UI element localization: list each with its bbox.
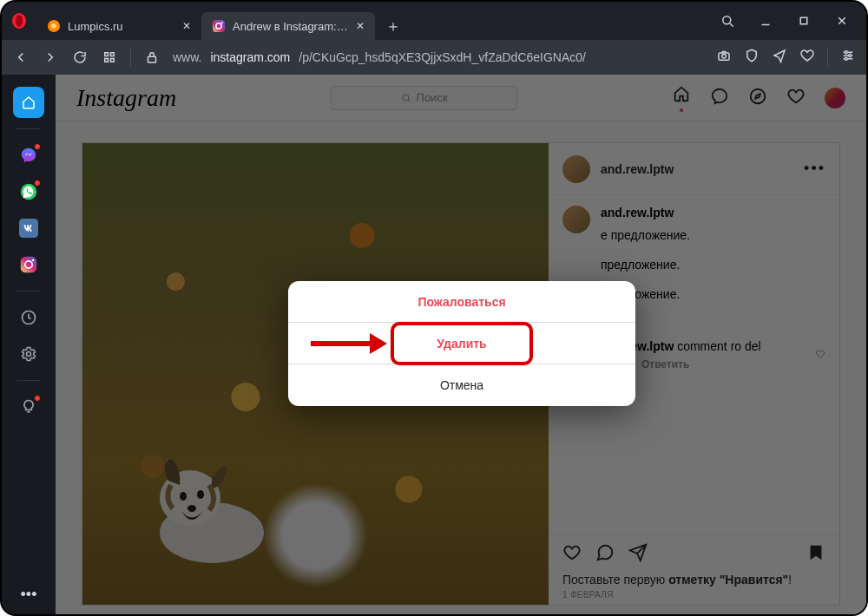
forward-button[interactable] bbox=[42, 49, 59, 65]
svg-rect-16 bbox=[111, 59, 115, 62]
svg-point-30 bbox=[32, 259, 34, 261]
url-text[interactable]: www.instagram.com/p/CKuGcp_hsd5qXE3QjjxS… bbox=[173, 50, 704, 64]
url-path: /p/CKuGcp_hsd5qXE3QjjxSxdH_vfZaDdC6eIGNA… bbox=[299, 50, 586, 64]
address-bar: www.instagram.com/p/CKuGcp_hsd5qXE3QjjxS… bbox=[2, 40, 866, 75]
svg-point-6 bbox=[221, 22, 223, 23]
window-controls bbox=[708, 2, 866, 40]
svg-rect-13 bbox=[105, 53, 108, 56]
separator bbox=[827, 49, 828, 66]
svg-rect-14 bbox=[111, 53, 115, 56]
close-icon[interactable]: ✕ bbox=[356, 20, 365, 32]
modal-cancel-button[interactable]: Отмена bbox=[288, 364, 635, 406]
sidebar-separator bbox=[16, 380, 41, 381]
svg-rect-17 bbox=[148, 56, 156, 62]
svg-rect-10 bbox=[800, 17, 807, 24]
browser-window: Lumpics.ru ✕ Andrew в Instagram: « По ✕ … bbox=[0, 0, 868, 616]
search-tabs-icon[interactable] bbox=[708, 2, 746, 40]
sidebar-messenger-icon[interactable] bbox=[13, 140, 44, 171]
sidebar-settings-icon[interactable] bbox=[13, 338, 44, 370]
separator bbox=[130, 49, 131, 66]
sidebar-home-icon[interactable] bbox=[13, 87, 44, 118]
lock-icon[interactable] bbox=[143, 49, 161, 65]
tab-lumpics[interactable]: Lumpics.ru ✕ bbox=[36, 12, 201, 40]
svg-point-7 bbox=[723, 16, 731, 24]
easy-setup-icon[interactable] bbox=[840, 48, 856, 67]
svg-rect-28 bbox=[21, 257, 36, 272]
modal-report-button[interactable]: Пожаловаться bbox=[288, 281, 635, 323]
maximize-button[interactable] bbox=[785, 2, 823, 40]
send-icon[interactable] bbox=[772, 48, 787, 67]
close-icon[interactable]: ✕ bbox=[182, 20, 191, 32]
tab-title: Lumpics.ru bbox=[68, 20, 175, 33]
svg-point-23 bbox=[845, 51, 847, 54]
new-tab-button[interactable]: ＋ bbox=[375, 12, 411, 40]
annotation-arrow bbox=[311, 333, 389, 354]
svg-rect-15 bbox=[105, 59, 108, 62]
tab-title: Andrew в Instagram: « По bbox=[233, 20, 349, 33]
svg-point-24 bbox=[849, 55, 852, 57]
sidebar-separator bbox=[16, 128, 41, 129]
sidebar-history-icon[interactable] bbox=[13, 302, 44, 333]
svg-point-3 bbox=[51, 23, 56, 29]
svg-point-1 bbox=[16, 15, 23, 27]
url-host: instagram.com bbox=[210, 50, 290, 64]
tab-instagram[interactable]: Andrew в Instagram: « По ✕ bbox=[201, 12, 375, 40]
sidebar-separator bbox=[16, 291, 41, 292]
svg-line-8 bbox=[730, 23, 733, 27]
shield-icon[interactable] bbox=[744, 48, 760, 67]
annotation-highlight bbox=[391, 322, 533, 365]
sidebar-vk-icon[interactable] bbox=[13, 213, 44, 244]
heart-icon[interactable] bbox=[799, 48, 815, 67]
svg-point-19 bbox=[722, 55, 727, 59]
sidebar-more-icon[interactable]: ••• bbox=[2, 586, 56, 604]
url-prefix: www. bbox=[173, 50, 201, 64]
close-window-button[interactable] bbox=[823, 2, 861, 40]
favicon-lumpics bbox=[47, 19, 61, 33]
tab-strip: Lumpics.ru ✕ Andrew в Instagram: « По ✕ … bbox=[36, 2, 708, 40]
back-button[interactable] bbox=[12, 49, 30, 65]
titlebar: Lumpics.ru ✕ Andrew в Instagram: « По ✕ … bbox=[2, 2, 866, 40]
minimize-button[interactable] bbox=[746, 2, 785, 40]
addr-right-icons bbox=[716, 48, 856, 67]
svg-rect-4 bbox=[213, 20, 225, 32]
speed-dial-icon[interactable] bbox=[101, 49, 118, 65]
svg-point-32 bbox=[27, 352, 31, 357]
favicon-instagram bbox=[212, 19, 226, 33]
svg-point-25 bbox=[845, 57, 847, 60]
sidebar-instagram-icon[interactable] bbox=[13, 249, 44, 280]
sidebar-whatsapp-icon[interactable] bbox=[13, 176, 44, 207]
opera-logo[interactable] bbox=[2, 2, 36, 40]
snapshot-icon[interactable] bbox=[716, 48, 732, 67]
reload-button[interactable] bbox=[71, 49, 89, 65]
opera-sidebar: ••• bbox=[2, 75, 56, 614]
sidebar-hint-icon[interactable] bbox=[13, 391, 44, 423]
